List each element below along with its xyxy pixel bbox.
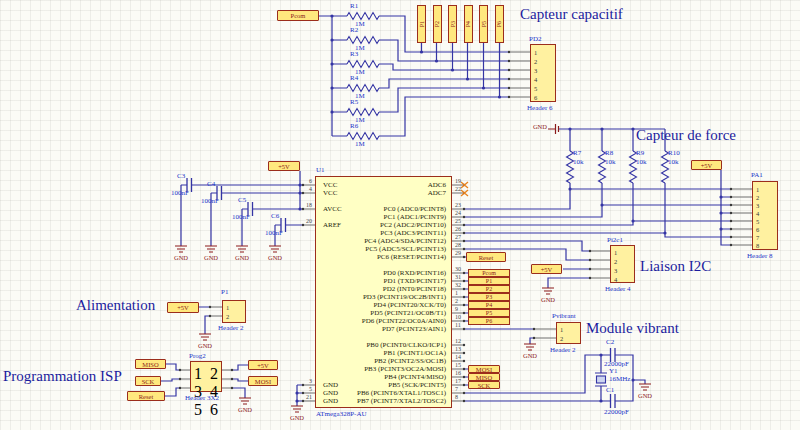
capacitor-ref[interactable]: C4 [207, 180, 215, 188]
resistor-ref[interactable]: R2 [350, 26, 358, 34]
port-5v-force[interactable]: +5V [691, 160, 722, 170]
title-i2c-link: Liaison I2C [640, 258, 711, 275]
capacitor-ref[interactable]: C5 [238, 196, 246, 204]
capacitor-value: 100nF [232, 213, 250, 221]
header-prog2-designator: Prog2 [189, 352, 206, 360]
port-5v-vcc[interactable]: +5V [268, 161, 300, 171]
resistor-ref[interactable]: R1 [350, 2, 358, 10]
gnd-power-port[interactable]: GND [521, 123, 547, 131]
header-prog2-right-pins: 246 [210, 365, 218, 419]
capacitor-value: 22000pF [604, 408, 629, 416]
port-miso-isp[interactable]: MISO [135, 359, 166, 369]
chip-right-pin-numbers: 1922232425262728293031321291011121314151… [455, 177, 477, 401]
resistor-ref[interactable]: R4 [350, 74, 358, 82]
capacitive-pad-ports[interactable]: P1P2P3P4P5P6 [417, 5, 504, 43]
capacitor-ref[interactable]: C3 [177, 172, 185, 180]
port-pcom[interactable]: Pcom [277, 10, 319, 21]
gnd-label: GND [630, 392, 660, 400]
header-pi2c1-designator: Pi2c1 [607, 236, 623, 244]
capacitor-value: 100nF [171, 189, 189, 197]
header-pi2c1-type: Header 4 [605, 285, 630, 293]
header-p1-designator: P1 [221, 288, 228, 296]
header-pd2-type: Header 6 [527, 104, 552, 112]
capacitor-value: 100nF [265, 229, 283, 237]
gnd-label: GND [227, 254, 257, 262]
header-prog2-type: Header 3X2 [185, 394, 219, 402]
pad-port[interactable]: P4 [464, 5, 473, 43]
resistor-value: 10k [668, 158, 679, 166]
pad-port[interactable]: P3 [448, 5, 457, 43]
header-p1[interactable]: 12 [222, 300, 246, 323]
resistor-ref[interactable]: R9 [636, 149, 644, 157]
header-pvibrant-type: Header 2 [550, 346, 575, 354]
resistor-ref[interactable]: R6 [350, 122, 358, 130]
capacitor-ref[interactable]: C2 [606, 338, 614, 346]
gnd-label: GND [166, 254, 196, 262]
gnd-label: GND [190, 342, 220, 350]
capacitor-ref[interactable]: C1 [606, 386, 614, 394]
pad-port[interactable]: P2 [433, 5, 442, 43]
resistor-value: 10k [636, 158, 647, 166]
resistor-ref[interactable]: R7 [573, 149, 581, 157]
capacitor-ref[interactable]: C6 [271, 212, 279, 220]
chip-designator: U1 [316, 166, 325, 174]
gnd-label: GND [282, 414, 312, 422]
pad-port[interactable]: P6 [495, 5, 504, 43]
crystal-ref[interactable]: Y1 [609, 367, 618, 375]
crystal-value: 16MHz [609, 375, 630, 383]
gnd-label: GND [515, 352, 545, 360]
header-pa1[interactable]: 12345678 [752, 181, 778, 250]
gnd-label: GND [533, 296, 563, 304]
gnd-label: GND [260, 254, 290, 262]
header-pa1-designator: PA1 [751, 171, 763, 179]
header-pvibrant[interactable]: 12 [556, 322, 581, 344]
port-5v-i2c[interactable]: +5V [531, 264, 562, 274]
header-prog2-left-pins: 135 [194, 365, 202, 419]
port-mosi-isp[interactable]: MOSI [248, 376, 278, 386]
header-pvibrant-designator: Pvibrant [552, 312, 576, 320]
resistor-ref[interactable]: R5 [350, 98, 358, 106]
header-pd2[interactable]: 123456 [530, 44, 556, 102]
chip-left-pin-numbers: 6418203521 [290, 177, 312, 401]
chip-part-number: ATmega328P-AU [316, 410, 367, 418]
resistor-value: 10k [573, 158, 584, 166]
resistor-value: 10k [605, 158, 616, 166]
crystal-symbol [595, 373, 607, 386]
resistor-ref[interactable]: R8 [605, 149, 613, 157]
chip-right-pin-names: ADC6ADC7PC0 (ADC0/PCINT8)PC1 (ADC1/PCINT… [315, 181, 449, 405]
header-pi2c1[interactable]: 1234 [610, 245, 635, 283]
gnd-label: GND [196, 254, 226, 262]
pad-port[interactable]: P5 [479, 5, 488, 43]
port-5v-isp[interactable]: +5V [248, 360, 278, 370]
capacitor-value: 100nF [201, 197, 219, 205]
resistor-symbols [347, 13, 669, 184]
title-vibration-module: Module vibrant [586, 320, 679, 337]
resistor-ref[interactable]: R3 [350, 50, 358, 58]
title-isp-programming: Programmation ISP [3, 368, 122, 385]
title-power-supply: Alimentation [76, 297, 155, 314]
port-5v-alim[interactable]: +5V [167, 302, 199, 313]
resistor-ref[interactable]: R10 [668, 149, 680, 157]
header-pd2-designator: PD2 [529, 35, 541, 43]
schematic-canvas: Capteur capacitif Capteur de force Liais… [0, 0, 800, 430]
port-sck-isp[interactable]: SCK [135, 376, 161, 386]
header-pa1-type: Header 8 [747, 252, 772, 260]
pad-port[interactable]: P1 [417, 5, 426, 43]
resistor-value: 1M [355, 140, 365, 148]
header-p1-type: Header 2 [218, 324, 243, 332]
title-capacitive-sensor: Capteur capacitif [520, 6, 623, 23]
title-force-sensor: Capteur de force [636, 127, 736, 144]
gnd-label: GND [230, 406, 260, 414]
port-reset-isp[interactable]: Reset [127, 391, 165, 401]
